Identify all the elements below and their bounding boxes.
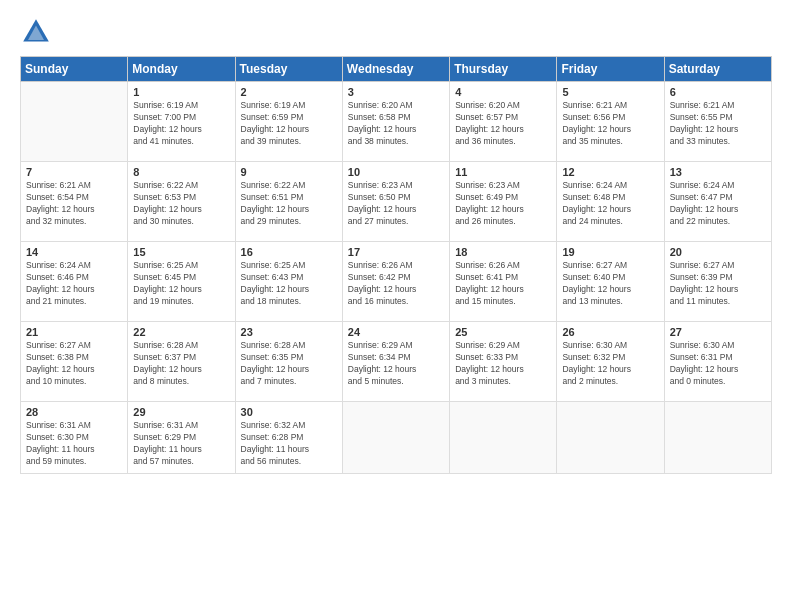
day-number: 18: [455, 246, 552, 258]
day-info: Sunrise: 6:31 AM Sunset: 6:30 PM Dayligh…: [26, 420, 95, 466]
logo-icon: [20, 16, 52, 48]
day-info: Sunrise: 6:24 AM Sunset: 6:46 PM Dayligh…: [26, 260, 95, 306]
day-info: Sunrise: 6:27 AM Sunset: 6:39 PM Dayligh…: [670, 260, 739, 306]
calendar-cell: 13Sunrise: 6:24 AM Sunset: 6:47 PM Dayli…: [664, 162, 771, 242]
calendar-cell: 11Sunrise: 6:23 AM Sunset: 6:49 PM Dayli…: [450, 162, 557, 242]
day-info: Sunrise: 6:28 AM Sunset: 6:35 PM Dayligh…: [241, 340, 310, 386]
weekday-header: Thursday: [450, 57, 557, 82]
calendar-cell: 24Sunrise: 6:29 AM Sunset: 6:34 PM Dayli…: [342, 322, 449, 402]
calendar-cell: 2Sunrise: 6:19 AM Sunset: 6:59 PM Daylig…: [235, 82, 342, 162]
calendar-cell: 12Sunrise: 6:24 AM Sunset: 6:48 PM Dayli…: [557, 162, 664, 242]
day-number: 29: [133, 406, 230, 418]
day-info: Sunrise: 6:22 AM Sunset: 6:51 PM Dayligh…: [241, 180, 310, 226]
weekday-header: Sunday: [21, 57, 128, 82]
day-number: 16: [241, 246, 338, 258]
calendar-cell: 19Sunrise: 6:27 AM Sunset: 6:40 PM Dayli…: [557, 242, 664, 322]
day-number: 17: [348, 246, 445, 258]
calendar-cell: 10Sunrise: 6:23 AM Sunset: 6:50 PM Dayli…: [342, 162, 449, 242]
calendar-cell: 18Sunrise: 6:26 AM Sunset: 6:41 PM Dayli…: [450, 242, 557, 322]
header: [20, 16, 772, 48]
calendar-week-row: 14Sunrise: 6:24 AM Sunset: 6:46 PM Dayli…: [21, 242, 772, 322]
calendar-cell: 17Sunrise: 6:26 AM Sunset: 6:42 PM Dayli…: [342, 242, 449, 322]
calendar-table: SundayMondayTuesdayWednesdayThursdayFrid…: [20, 56, 772, 474]
day-info: Sunrise: 6:28 AM Sunset: 6:37 PM Dayligh…: [133, 340, 202, 386]
day-number: 7: [26, 166, 123, 178]
day-info: Sunrise: 6:23 AM Sunset: 6:49 PM Dayligh…: [455, 180, 524, 226]
day-number: 24: [348, 326, 445, 338]
day-number: 26: [562, 326, 659, 338]
day-info: Sunrise: 6:25 AM Sunset: 6:43 PM Dayligh…: [241, 260, 310, 306]
calendar-cell: 16Sunrise: 6:25 AM Sunset: 6:43 PM Dayli…: [235, 242, 342, 322]
day-info: Sunrise: 6:21 AM Sunset: 6:56 PM Dayligh…: [562, 100, 631, 146]
calendar-cell: 23Sunrise: 6:28 AM Sunset: 6:35 PM Dayli…: [235, 322, 342, 402]
calendar-cell: 5Sunrise: 6:21 AM Sunset: 6:56 PM Daylig…: [557, 82, 664, 162]
calendar-week-row: 21Sunrise: 6:27 AM Sunset: 6:38 PM Dayli…: [21, 322, 772, 402]
calendar-cell: 20Sunrise: 6:27 AM Sunset: 6:39 PM Dayli…: [664, 242, 771, 322]
day-number: 9: [241, 166, 338, 178]
day-info: Sunrise: 6:26 AM Sunset: 6:42 PM Dayligh…: [348, 260, 417, 306]
weekday-header-row: SundayMondayTuesdayWednesdayThursdayFrid…: [21, 57, 772, 82]
calendar-week-row: 7Sunrise: 6:21 AM Sunset: 6:54 PM Daylig…: [21, 162, 772, 242]
day-info: Sunrise: 6:31 AM Sunset: 6:29 PM Dayligh…: [133, 420, 202, 466]
day-info: Sunrise: 6:19 AM Sunset: 7:00 PM Dayligh…: [133, 100, 202, 146]
calendar-cell: 27Sunrise: 6:30 AM Sunset: 6:31 PM Dayli…: [664, 322, 771, 402]
calendar-cell: 7Sunrise: 6:21 AM Sunset: 6:54 PM Daylig…: [21, 162, 128, 242]
calendar-week-row: 28Sunrise: 6:31 AM Sunset: 6:30 PM Dayli…: [21, 402, 772, 474]
calendar-cell: 28Sunrise: 6:31 AM Sunset: 6:30 PM Dayli…: [21, 402, 128, 474]
calendar-week-row: 1Sunrise: 6:19 AM Sunset: 7:00 PM Daylig…: [21, 82, 772, 162]
day-number: 19: [562, 246, 659, 258]
day-number: 5: [562, 86, 659, 98]
calendar-cell: 8Sunrise: 6:22 AM Sunset: 6:53 PM Daylig…: [128, 162, 235, 242]
day-info: Sunrise: 6:23 AM Sunset: 6:50 PM Dayligh…: [348, 180, 417, 226]
calendar-cell: 1Sunrise: 6:19 AM Sunset: 7:00 PM Daylig…: [128, 82, 235, 162]
day-number: 2: [241, 86, 338, 98]
day-info: Sunrise: 6:27 AM Sunset: 6:38 PM Dayligh…: [26, 340, 95, 386]
logo: [20, 16, 56, 48]
calendar-cell: 26Sunrise: 6:30 AM Sunset: 6:32 PM Dayli…: [557, 322, 664, 402]
day-info: Sunrise: 6:24 AM Sunset: 6:47 PM Dayligh…: [670, 180, 739, 226]
calendar-cell: 4Sunrise: 6:20 AM Sunset: 6:57 PM Daylig…: [450, 82, 557, 162]
calendar-cell: 29Sunrise: 6:31 AM Sunset: 6:29 PM Dayli…: [128, 402, 235, 474]
calendar-cell: 9Sunrise: 6:22 AM Sunset: 6:51 PM Daylig…: [235, 162, 342, 242]
day-number: 10: [348, 166, 445, 178]
calendar-cell: [557, 402, 664, 474]
day-info: Sunrise: 6:19 AM Sunset: 6:59 PM Dayligh…: [241, 100, 310, 146]
weekday-header: Monday: [128, 57, 235, 82]
day-number: 8: [133, 166, 230, 178]
calendar-cell: 15Sunrise: 6:25 AM Sunset: 6:45 PM Dayli…: [128, 242, 235, 322]
day-number: 4: [455, 86, 552, 98]
day-number: 30: [241, 406, 338, 418]
day-info: Sunrise: 6:21 AM Sunset: 6:55 PM Dayligh…: [670, 100, 739, 146]
day-number: 23: [241, 326, 338, 338]
day-number: 21: [26, 326, 123, 338]
day-info: Sunrise: 6:30 AM Sunset: 6:31 PM Dayligh…: [670, 340, 739, 386]
calendar-cell: [450, 402, 557, 474]
day-info: Sunrise: 6:26 AM Sunset: 6:41 PM Dayligh…: [455, 260, 524, 306]
day-number: 14: [26, 246, 123, 258]
day-number: 22: [133, 326, 230, 338]
calendar-cell: 25Sunrise: 6:29 AM Sunset: 6:33 PM Dayli…: [450, 322, 557, 402]
day-info: Sunrise: 6:30 AM Sunset: 6:32 PM Dayligh…: [562, 340, 631, 386]
day-info: Sunrise: 6:25 AM Sunset: 6:45 PM Dayligh…: [133, 260, 202, 306]
day-number: 20: [670, 246, 767, 258]
day-number: 3: [348, 86, 445, 98]
day-info: Sunrise: 6:29 AM Sunset: 6:34 PM Dayligh…: [348, 340, 417, 386]
day-info: Sunrise: 6:20 AM Sunset: 6:58 PM Dayligh…: [348, 100, 417, 146]
weekday-header: Saturday: [664, 57, 771, 82]
weekday-header: Wednesday: [342, 57, 449, 82]
calendar-cell: 3Sunrise: 6:20 AM Sunset: 6:58 PM Daylig…: [342, 82, 449, 162]
calendar-cell: 6Sunrise: 6:21 AM Sunset: 6:55 PM Daylig…: [664, 82, 771, 162]
day-number: 12: [562, 166, 659, 178]
day-info: Sunrise: 6:22 AM Sunset: 6:53 PM Dayligh…: [133, 180, 202, 226]
day-info: Sunrise: 6:24 AM Sunset: 6:48 PM Dayligh…: [562, 180, 631, 226]
calendar-cell: [21, 82, 128, 162]
calendar-cell: 22Sunrise: 6:28 AM Sunset: 6:37 PM Dayli…: [128, 322, 235, 402]
day-number: 27: [670, 326, 767, 338]
day-info: Sunrise: 6:21 AM Sunset: 6:54 PM Dayligh…: [26, 180, 95, 226]
page: SundayMondayTuesdayWednesdayThursdayFrid…: [0, 0, 792, 612]
day-info: Sunrise: 6:32 AM Sunset: 6:28 PM Dayligh…: [241, 420, 310, 466]
calendar-cell: [342, 402, 449, 474]
day-number: 11: [455, 166, 552, 178]
weekday-header: Tuesday: [235, 57, 342, 82]
calendar-cell: 14Sunrise: 6:24 AM Sunset: 6:46 PM Dayli…: [21, 242, 128, 322]
